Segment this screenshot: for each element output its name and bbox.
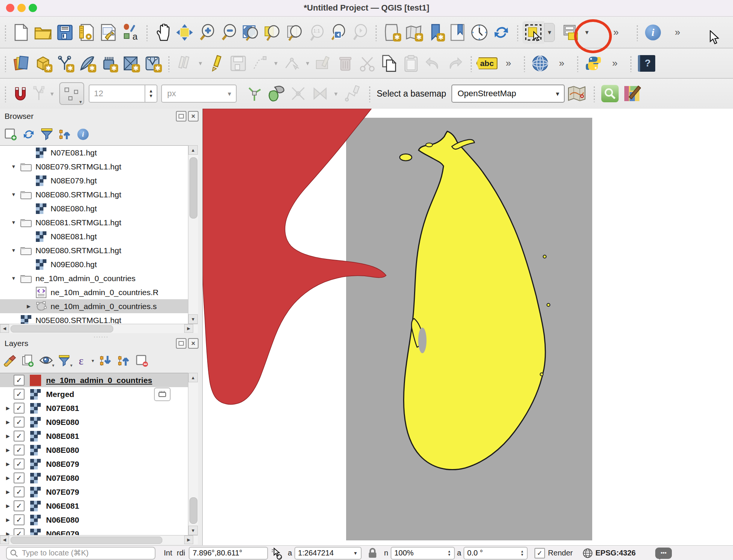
tree-item[interactable]: ▼N08E080.SRTMGL1.hgt [0,188,188,202]
toolbar-overflow-button[interactable]: » [667,26,688,38]
select-features-dropdown[interactable]: ▼ [544,23,555,42]
tree-item[interactable]: ne_10m_admin_0_countries.R [0,285,188,299]
browser-hscrollbar[interactable]: ◀ ▶ [0,324,198,333]
filter-legend-button[interactable]: ▼ [55,353,73,368]
browser-add-layer-button[interactable] [2,127,20,142]
toolbar-grip[interactable] [368,85,371,102]
toolbar-overflow-button[interactable]: » [498,57,519,69]
toolbar-grip[interactable] [593,85,596,102]
snapping-intersection-button[interactable] [287,82,309,105]
new-spatialite-layer-button[interactable]: ✱ [76,52,98,75]
toolbar-overflow-button[interactable]: » [551,57,572,69]
new-virtual-layer-button[interactable]: ✱ [142,52,163,75]
layer-visibility-checkbox[interactable]: ✓ [14,389,25,400]
show-layout-manager-button[interactable] [98,21,120,44]
expander-icon[interactable]: ▶ [2,405,14,411]
layer-item[interactable]: ▶✓N06E079 [0,527,188,535]
magnifier-spinbox[interactable]: 100%▲▼ [391,547,455,560]
new-report-button[interactable]: ✱ [403,21,425,44]
browser-properties-button[interactable]: i [74,127,92,142]
expand-all-button[interactable] [97,353,115,368]
snap-tolerance-spinbox[interactable]: 12 ▲▼ [89,85,157,103]
redo-button[interactable] [444,52,466,75]
expander-icon[interactable]: ▶ [2,517,14,523]
search-layers-button[interactable] [599,82,621,105]
expander-icon[interactable]: ▼ [8,164,20,169]
refresh-button[interactable] [490,21,512,44]
layer-visibility-checkbox[interactable]: ✓ [14,458,25,469]
temporal-controller-button[interactable] [468,21,490,44]
scrollbar-thumb[interactable] [189,157,197,218]
zoom-to-selection-button[interactable] [261,21,283,44]
toolbar-grip[interactable] [576,55,579,72]
remove-layer-button[interactable] [133,353,151,368]
enable-snapping-button[interactable] [10,82,31,105]
pan-map-button[interactable] [152,21,174,44]
filter-expression-dropdown[interactable]: ▼ [89,353,97,368]
browser-vscrollbar[interactable]: ▲ ▼ [188,145,198,324]
rotation-spinbox[interactable]: 0.0 °▲▼ [464,547,528,560]
data-source-manager-button[interactable] [10,52,32,75]
layer-item[interactable]: ▶✓N07E080 [0,471,188,485]
browser-filter-button[interactable] [38,127,56,142]
copy-features-button[interactable] [378,52,400,75]
layer-item[interactable]: ✓ne_10m_admin_0_countries [0,373,188,387]
expander-icon[interactable]: ▼ [8,275,20,281]
show-bookmarks-button[interactable] [447,21,468,44]
layer-item[interactable]: ▶✓N06E081 [0,499,188,513]
layers-float-button[interactable] [176,338,186,349]
expander-icon[interactable]: ▶ [2,489,14,495]
toolbar-grip[interactable] [636,24,639,41]
map-canvas[interactable] [203,109,733,545]
messages-button[interactable]: ••• [655,548,672,559]
layer-styling-button[interactable] [1,353,19,368]
toolbar-grip[interactable] [4,24,7,41]
open-attribute-table-button[interactable] [560,21,582,44]
scroll-left-button[interactable]: ◀ [0,535,9,544]
locator-input[interactable] [21,548,147,558]
panel-splitter[interactable]: ······ [0,334,202,340]
attribute-table-dropdown[interactable]: ▼ [582,21,592,44]
add-feature-button[interactable] [249,52,271,75]
tree-item[interactable]: N08E081.hgt [0,229,188,243]
new-mesh-layer-button[interactable]: ✱ [120,52,142,75]
scrollbar-thumb[interactable] [11,325,113,332]
expander-icon[interactable]: ▶ [2,419,14,425]
locator-bar[interactable] [6,547,156,560]
layer-item[interactable]: ▶✓N09E080 [0,415,188,429]
cut-features-button[interactable] [356,52,378,75]
layer-item[interactable]: ▶✓N07E081 [0,401,188,415]
manage-visibility-button[interactable]: ▼ [37,353,55,368]
scroll-right-button[interactable]: ▶ [184,535,193,544]
layer-visibility-checkbox[interactable]: ✓ [14,431,25,442]
render-checkbox[interactable]: ✓ [534,548,545,558]
tree-item[interactable]: N08E080.hgt [0,202,188,215]
help-button[interactable]: ? [636,52,658,75]
scroll-down-button[interactable]: ▼ [188,314,198,324]
new-temporary-scratch-layer-button[interactable]: ✱ [98,52,120,75]
scroll-left-button[interactable]: ◀ [0,324,9,333]
current-edits-dropdown[interactable]: ▼ [196,52,205,75]
scrollbar-thumb[interactable] [11,537,162,544]
extents-toggle-icon[interactable] [270,547,283,560]
layer-visibility-checkbox[interactable]: ✓ [14,417,25,428]
browser-close-button[interactable]: × [188,111,199,122]
snapping-mode-dropdown[interactable]: ▼ [47,82,57,105]
toolbar-grip[interactable] [167,55,171,72]
topological-editing-button[interactable] [243,82,265,105]
layer-visibility-checkbox[interactable]: ✓ [14,528,25,535]
save-project-button[interactable] [54,21,76,44]
expander-icon[interactable]: ▶ [2,503,14,509]
tree-item[interactable]: N09E080.hgt [0,257,188,271]
tree-item[interactable]: ▼N09E080.SRTMGL1.hgt [0,243,188,257]
expander-icon[interactable]: ▼ [8,192,20,197]
modify-attributes-button[interactable] [313,52,334,75]
memory-layer-indicator-button[interactable] [154,388,171,401]
tree-item[interactable]: N08E079.hgt [0,174,188,188]
save-layer-edits-button[interactable] [227,52,249,75]
current-edits-button[interactable] [174,52,196,75]
expander-icon[interactable]: ▶ [2,433,14,439]
zoom-next-button[interactable] [349,21,371,44]
toolbar-grip[interactable] [470,55,473,72]
toggle-editing-button[interactable] [205,52,227,75]
